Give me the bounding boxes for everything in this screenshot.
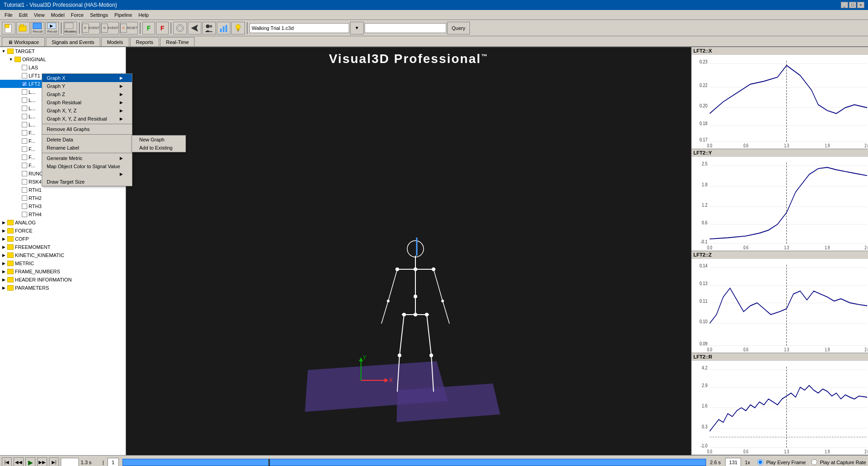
toolbar-recall2-btn[interactable]: ▶Recall xyxy=(45,22,59,34)
menu-file[interactable]: File xyxy=(2,11,15,19)
item-checkbox[interactable] xyxy=(22,187,27,193)
ctx-rename-label[interactable]: Rename Label xyxy=(42,144,132,152)
menu-model[interactable]: Model xyxy=(48,11,67,19)
toolbar-lamp-btn[interactable] xyxy=(231,22,245,34)
item-checkbox[interactable] xyxy=(22,204,27,209)
skip-start-button[interactable]: |◀ xyxy=(2,457,12,466)
menu-view[interactable]: View xyxy=(31,11,48,19)
close-button[interactable]: × xyxy=(857,2,864,8)
toolbar-arrow-btn[interactable] xyxy=(188,22,201,34)
toolbar-file-btn[interactable] xyxy=(2,22,15,34)
menu-edit[interactable]: Edit xyxy=(16,11,30,19)
play-every-frame-radio[interactable] xyxy=(757,459,763,465)
toolbar-models-btn[interactable]: Models xyxy=(63,22,77,34)
tab-models[interactable]: Models xyxy=(101,37,129,46)
menu-help[interactable]: Help xyxy=(136,11,151,19)
graph-submenu: New Graph Add to Existing xyxy=(132,135,186,152)
tree-kinetic[interactable]: ▶ KINETIC_KINEMATIC xyxy=(0,251,126,259)
toolbar-event2-btn[interactable]: ⟲ EVENT xyxy=(101,22,119,34)
tree-header-info[interactable]: ▶ HEADER INFORMATION xyxy=(0,276,126,284)
ctx-map-object-color[interactable]: Map Object Color to Signal Value xyxy=(42,162,132,170)
tree-analog[interactable]: ▶ ANALOG xyxy=(0,218,126,227)
toolbar-chart-btn[interactable] xyxy=(217,22,230,34)
ctx-graph-y[interactable]: Graph Y ▶ xyxy=(42,82,132,90)
ctx-graph-xyz-residual[interactable]: Graph X, Y, Z and Residual ▶ xyxy=(42,115,132,123)
toolbar-f2-btn[interactable]: F xyxy=(156,22,169,34)
ctx-remove-all-graphs[interactable]: Remove All Graphs xyxy=(42,125,132,133)
toolbar-reset-btn[interactable]: ↺ RESET xyxy=(120,22,138,34)
frame-number-input[interactable]: 66 xyxy=(61,458,79,466)
item-checkbox[interactable] xyxy=(22,155,27,160)
item-checkbox[interactable] xyxy=(22,146,27,152)
prev-frame-button[interactable]: ◀◀ xyxy=(14,457,24,466)
item-checkbox[interactable] xyxy=(22,89,27,95)
item-checkbox[interactable]: ✓ xyxy=(22,81,27,87)
query-input-field[interactable] xyxy=(365,23,446,33)
tree-frame-numbers[interactable]: ▶ FRAME_NUMBERS xyxy=(0,267,126,276)
scrubber[interactable] xyxy=(122,459,707,466)
tree-rth3[interactable]: RTH3 xyxy=(0,202,126,210)
item-checkbox[interactable] xyxy=(22,97,27,103)
item-checkbox[interactable] xyxy=(22,114,27,119)
menu-force[interactable]: Force xyxy=(68,11,86,19)
toolbar-open-btn[interactable] xyxy=(16,22,30,34)
item-checkbox[interactable] xyxy=(22,106,27,111)
item-checkbox[interactable] xyxy=(22,130,27,136)
skip-end-button[interactable]: ▶| xyxy=(49,457,59,466)
menu-settings[interactable]: Settings xyxy=(87,11,111,19)
tree-freemoment[interactable]: ▶ FREEMOMENT xyxy=(0,243,126,251)
tab-realtime[interactable]: Real-Time xyxy=(160,37,195,46)
ctx-graph-xyz[interactable]: Graph X, Y, Z ▶ xyxy=(42,107,132,115)
maximize-button[interactable]: □ xyxy=(849,2,856,8)
play-button[interactable]: ▶ xyxy=(25,457,35,466)
item-checkbox[interactable] xyxy=(22,73,27,78)
tree-metric[interactable]: ▶ METRIC xyxy=(0,259,126,267)
toolbar-circle-btn[interactable] xyxy=(173,22,187,34)
tab-signals-events[interactable]: Signals and Events xyxy=(46,37,100,46)
next-frame-button[interactable]: ▶▶ xyxy=(37,457,47,466)
toolbar-people-btn[interactable] xyxy=(202,22,216,34)
tree-rth2[interactable]: RTH2 xyxy=(0,194,126,202)
query-button[interactable]: Query xyxy=(447,22,470,34)
toolbar-f-btn[interactable]: F xyxy=(142,22,155,34)
ctx-draw-target-size[interactable]: ▶ xyxy=(42,170,132,178)
toolbar-recall-btn[interactable]: Recall xyxy=(31,22,44,34)
ctx-delete-data[interactable]: Delete Data xyxy=(42,136,132,144)
frame-count-input[interactable] xyxy=(725,458,741,466)
title-bar-controls[interactable]: _ □ × xyxy=(841,2,864,8)
ctx-graph-x[interactable]: Graph X ▶ xyxy=(42,74,132,82)
item-checkbox[interactable] xyxy=(22,179,27,184)
ctx-draw-target-props[interactable]: Draw Target Size xyxy=(42,178,132,186)
tree-rth1[interactable]: RTH1 xyxy=(0,186,126,194)
item-checkbox[interactable] xyxy=(22,212,27,217)
trial-input[interactable] xyxy=(249,23,349,33)
item-checkbox[interactable] xyxy=(22,65,27,70)
item-checkbox[interactable] xyxy=(22,138,27,144)
item-checkbox[interactable] xyxy=(22,163,27,168)
tree-original[interactable]: ▼ ORIGINAL xyxy=(0,55,126,63)
toolbar-dropdown-btn[interactable]: ▼ xyxy=(350,22,364,34)
page-input[interactable] xyxy=(107,458,119,466)
item-checkbox[interactable] xyxy=(22,195,27,201)
play-capture-rate-radio[interactable] xyxy=(811,459,817,465)
ctx-graph-z[interactable]: Graph Z ▶ xyxy=(42,90,132,98)
tree-parameters[interactable]: ▶ PARAMETERS xyxy=(0,284,126,292)
tree-las[interactable]: LAS xyxy=(0,63,126,72)
ctx-graph-residual[interactable]: Graph Residual ▶ xyxy=(42,98,132,107)
tree-force[interactable]: ▶ FORCE xyxy=(0,227,126,235)
tab-workspace[interactable]: 🖥 Workspace xyxy=(2,37,45,46)
toolbar-event-btn[interactable]: ⟳ EVENT xyxy=(82,22,100,34)
minimize-button[interactable]: _ xyxy=(841,2,848,8)
tree-rth4[interactable]: RTH4 xyxy=(0,210,126,218)
submenu-new-graph[interactable]: New Graph xyxy=(132,136,185,144)
tab-reports[interactable]: Reports xyxy=(130,37,160,46)
viewport[interactable]: Visual3D Professional™ X Y xyxy=(126,47,691,455)
item-checkbox[interactable] xyxy=(22,171,27,176)
ctx-generate-metric[interactable]: Generate Metric ▶ xyxy=(42,154,132,162)
menu-pipeline[interactable]: Pipeline xyxy=(112,11,135,19)
tree-cofp[interactable]: ▶ COFP xyxy=(0,235,126,243)
submenu-add-to-existing[interactable]: Add to Existing xyxy=(132,144,185,152)
tree-target[interactable]: ▼ TARGET xyxy=(0,47,126,55)
scrubber-handle[interactable] xyxy=(268,459,270,466)
item-checkbox[interactable] xyxy=(22,122,27,127)
